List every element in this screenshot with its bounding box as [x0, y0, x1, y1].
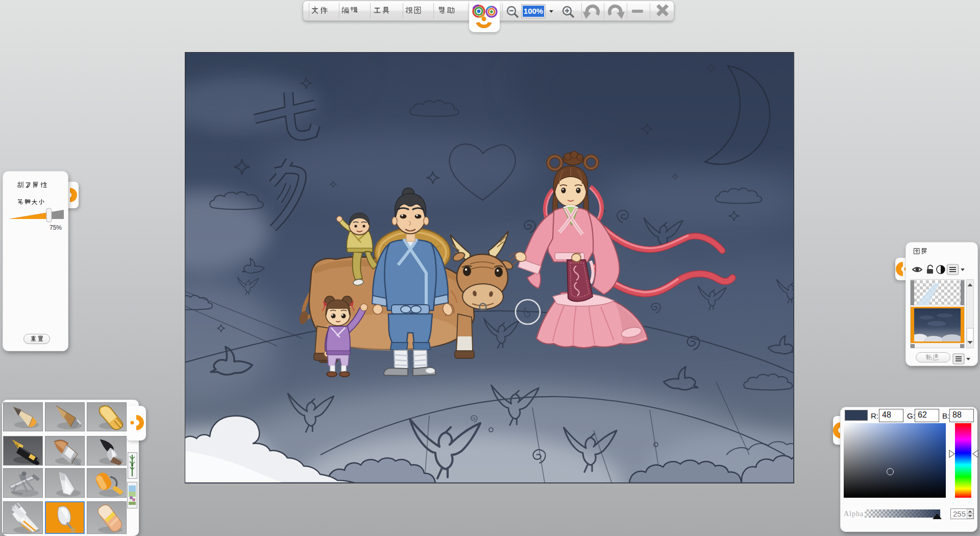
svg-text:75%: 75%	[50, 224, 62, 231]
svg-text:100%: 100%	[524, 7, 543, 15]
